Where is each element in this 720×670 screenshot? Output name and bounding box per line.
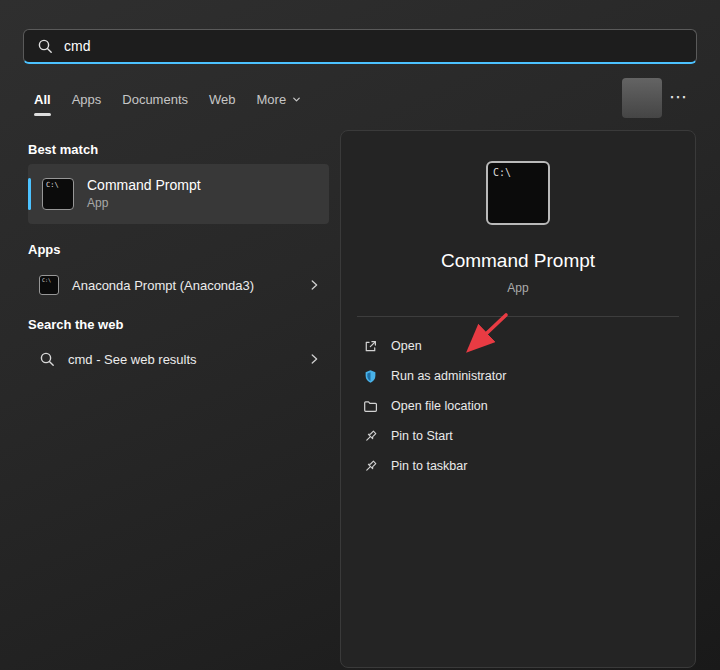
search-input[interactable]: cmd xyxy=(23,29,697,64)
more-options-button[interactable]: ⋯ xyxy=(664,84,692,110)
action-open-file-location[interactable]: Open file location xyxy=(359,391,677,421)
pin-icon xyxy=(363,429,378,444)
action-run-as-administrator[interactable]: Run as administrator xyxy=(359,361,677,391)
action-open[interactable]: Open xyxy=(359,331,677,361)
console-icon-text: C:\ xyxy=(493,167,511,178)
anaconda-prompt-icon: C:\ xyxy=(39,275,59,295)
web-result-cmd[interactable]: cmd - See web results xyxy=(28,338,329,380)
console-icon-text: C:\ xyxy=(42,277,51,283)
tab-web[interactable]: Web xyxy=(209,92,236,109)
command-prompt-icon: C:\ xyxy=(42,178,74,210)
preview-subtitle: App xyxy=(341,281,695,295)
best-match-subtitle: App xyxy=(87,195,201,211)
search-icon xyxy=(37,38,53,54)
search-query-text: cmd xyxy=(64,38,90,54)
background-artifact-tile xyxy=(622,78,662,118)
tab-all[interactable]: All xyxy=(34,92,51,109)
chevron-down-icon xyxy=(291,94,302,105)
console-icon-text: C:\ xyxy=(46,181,59,189)
apps-heading: Apps xyxy=(28,242,61,257)
chevron-right-icon[interactable] xyxy=(307,278,321,292)
preview-icon-wrap: C:\ xyxy=(341,161,695,225)
preview-title: Command Prompt xyxy=(341,250,695,272)
folder-icon xyxy=(363,399,378,414)
action-open-file-location-label: Open file location xyxy=(391,399,488,413)
app-result-anaconda-prompt[interactable]: C:\ Anaconda Prompt (Anaconda3) xyxy=(28,264,329,306)
tab-web-label: Web xyxy=(209,92,236,107)
chevron-right-icon[interactable] xyxy=(307,352,321,366)
command-prompt-icon-large: C:\ xyxy=(486,161,550,225)
tab-documents[interactable]: Documents xyxy=(122,92,188,109)
selection-accent-bar xyxy=(28,178,31,210)
open-icon xyxy=(363,339,378,354)
tab-apps-label: Apps xyxy=(72,92,102,107)
action-run-as-administrator-label: Run as administrator xyxy=(391,369,506,383)
admin-shield-icon xyxy=(363,369,378,384)
tab-documents-label: Documents xyxy=(122,92,188,107)
action-pin-to-start-label: Pin to Start xyxy=(391,429,453,443)
pin-icon xyxy=(363,459,378,474)
action-pin-to-taskbar[interactable]: Pin to taskbar xyxy=(359,451,677,481)
preview-actions: Open Run as administrator Open file loca… xyxy=(341,317,695,495)
tab-apps[interactable]: Apps xyxy=(72,92,102,109)
best-match-result-command-prompt[interactable]: C:\ Command Prompt App xyxy=(28,164,329,224)
result-preview-panel: C:\ Command Prompt App Open Run as admin… xyxy=(340,130,696,668)
tab-more-label: More xyxy=(257,92,287,107)
search-the-web-heading: Search the web xyxy=(28,317,123,332)
best-match-heading: Best match xyxy=(28,142,98,157)
best-match-title: Command Prompt xyxy=(87,176,201,195)
ellipsis-icon: ⋯ xyxy=(669,86,687,108)
app-result-label: Anaconda Prompt (Anaconda3) xyxy=(72,278,294,293)
search-window: cmd All Apps Documents Web More ⋯ Best m… xyxy=(0,0,720,670)
tab-all-label: All xyxy=(34,92,51,107)
best-match-text: Command Prompt App xyxy=(87,176,201,211)
search-icon xyxy=(39,351,55,367)
action-open-label: Open xyxy=(391,339,422,353)
filter-tabs-bar: All Apps Documents Web More xyxy=(34,88,302,112)
action-pin-to-taskbar-label: Pin to taskbar xyxy=(391,459,467,473)
action-pin-to-start[interactable]: Pin to Start xyxy=(359,421,677,451)
web-result-label: cmd - See web results xyxy=(68,352,294,367)
tab-more[interactable]: More xyxy=(257,92,303,109)
